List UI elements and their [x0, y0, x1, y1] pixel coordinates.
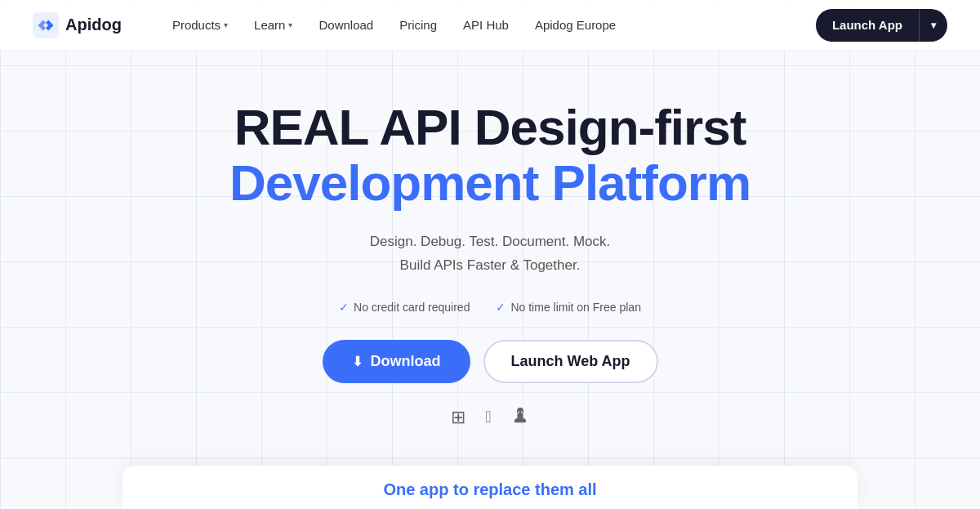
launch-app-button[interactable]: Launch App ▾ — [816, 9, 947, 42]
nav-item-api-hub[interactable]: API Hub — [452, 11, 520, 38]
hero-content: REAL API Design-first Development Platfo… — [0, 51, 980, 428]
platform-icons: ⊞  — [451, 406, 528, 428]
hero-buttons: ⬇ Download Launch Web App — [323, 340, 658, 383]
nav-item-download[interactable]: Download — [307, 11, 385, 38]
nav-item-apidog-europe[interactable]: Apidog Europe — [523, 11, 627, 38]
hero-title-line2: Development Platform — [229, 155, 751, 211]
badge-no-credit-card: ✓ No credit card required — [339, 301, 470, 314]
hero-badges: ✓ No credit card required ✓ No time limi… — [339, 301, 641, 314]
linux-icon[interactable] — [511, 406, 529, 428]
svg-point-1 — [518, 412, 519, 413]
check-icon: ✓ — [339, 301, 349, 314]
nav-right: Launch App ▾ — [816, 9, 947, 42]
nav-items: Products ▾ Learn ▾ Download Pricing API … — [161, 11, 816, 38]
download-button[interactable]: ⬇ Download — [323, 340, 470, 383]
bottom-card: One app to replace them all — [122, 466, 858, 509]
check-icon: ✓ — [496, 301, 506, 314]
bottom-card-text: One app to replace them all — [383, 480, 596, 498]
hero-subtitle: Design. Debug. Test. Document. Mock. Bui… — [370, 230, 611, 278]
download-icon: ⬇ — [352, 354, 363, 369]
navbar: Apidog Products ▾ Learn ▾ Download Prici… — [0, 0, 980, 51]
hero-section: REAL API Design-first Development Platfo… — [0, 51, 980, 428]
nav-item-products[interactable]: Products ▾ — [161, 11, 239, 38]
chevron-down-icon: ▾ — [920, 11, 947, 39]
logo-icon — [33, 12, 59, 38]
chevron-down-icon: ▾ — [224, 20, 228, 29]
hero-title-line1: REAL API Design-first — [234, 100, 746, 155]
svg-point-2 — [521, 412, 523, 413]
nav-item-learn[interactable]: Learn ▾ — [243, 11, 304, 38]
chevron-down-icon: ▾ — [288, 20, 292, 29]
apple-icon[interactable]:  — [485, 408, 491, 426]
svg-rect-0 — [33, 12, 59, 38]
launch-web-app-button[interactable]: Launch Web App — [483, 340, 658, 383]
nav-item-pricing[interactable]: Pricing — [388, 11, 448, 38]
brand-logo[interactable]: Apidog — [33, 12, 122, 38]
windows-icon[interactable]: ⊞ — [451, 407, 466, 428]
brand-name: Apidog — [65, 16, 122, 34]
badge-no-time-limit: ✓ No time limit on Free plan — [496, 301, 641, 314]
